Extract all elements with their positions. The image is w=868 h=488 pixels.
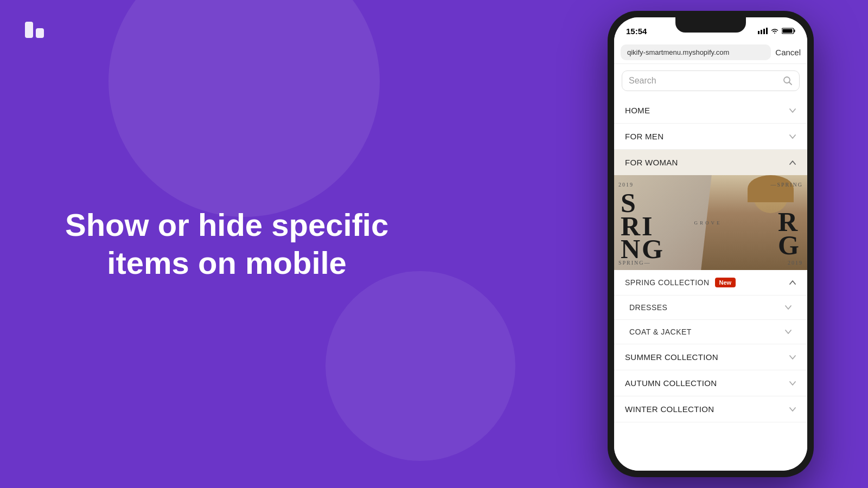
battery-icon [782, 28, 795, 34]
chevron-up-icon [789, 159, 796, 166]
hero-top-right: —SPRING [770, 182, 803, 188]
menu-item-winter[interactable]: WINTER COLLECTION [614, 396, 807, 422]
sub-item-coat-jacket[interactable]: COAT & JACKET [614, 320, 807, 344]
browser-bar: qikify-smartmenu.myshopify.com Cancel [614, 41, 807, 64]
menu-item-autumn[interactable]: AUTUMN COLLECTION [614, 370, 807, 396]
chevron-down-icon [789, 380, 796, 387]
svg-rect-8 [783, 29, 793, 33]
bg-blob-2 [326, 271, 515, 461]
menu-content: Search HOME FOR MEN [614, 64, 807, 471]
chevron-down-icon [789, 107, 796, 114]
sub-item-dresses-label: DRESSES [629, 303, 667, 312]
spring-collection-header[interactable]: SPRING COLLECTION New [614, 270, 807, 296]
new-badge: New [715, 278, 736, 287]
chevron-down-icon [789, 354, 796, 361]
phone-frame: 15:54 [608, 11, 814, 477]
chevron-down-icon [789, 406, 796, 413]
phone-mockup: 15:54 [608, 11, 814, 477]
sub-item-coat-jacket-label: COAT & JACKET [629, 328, 692, 336]
phone-notch [675, 17, 746, 33]
chevron-down-icon [784, 304, 792, 311]
menu-item-home-label: HOME [625, 106, 650, 115]
svg-rect-4 [763, 29, 765, 34]
for-woman-section: FOR WOMAN [614, 150, 807, 422]
hero-bottom-left: SPRING— [618, 260, 651, 266]
menu-item-summer[interactable]: SUMMER COLLECTION [614, 344, 807, 370]
hero-image: 2019 —SPRING S R I N G GROVE [614, 175, 807, 270]
menu-item-for-men-label: FOR MEN [625, 132, 663, 141]
url-text: qikify-smartmenu.myshopify.com [627, 48, 729, 56]
hero-top-left: 2019 [618, 182, 634, 188]
browser-cancel-button[interactable]: Cancel [775, 48, 801, 57]
menu-item-home[interactable]: HOME [614, 98, 807, 124]
sub-item-dresses[interactable]: DRESSES [614, 296, 807, 320]
search-icon [783, 76, 793, 86]
phone-screen: 15:54 [614, 17, 807, 471]
chevron-down-icon [784, 328, 792, 336]
chevron-down-icon [789, 133, 796, 140]
logo [22, 16, 49, 43]
menu-item-autumn-label: AUTUMN COLLECTION [625, 378, 717, 388]
svg-rect-1 [36, 28, 44, 38]
hero-bottom-right: 2019 [788, 260, 803, 266]
signal-icon [758, 28, 768, 34]
chevron-up-icon [789, 279, 796, 286]
search-bar[interactable]: Search [622, 70, 800, 91]
spring-collection-label: SPRING COLLECTION [625, 278, 710, 287]
menu-item-summer-label: SUMMER COLLECTION [625, 352, 718, 362]
bg-blob-1 [108, 0, 380, 217]
svg-rect-7 [794, 30, 795, 33]
svg-line-10 [789, 82, 792, 85]
for-woman-header[interactable]: FOR WOMAN [614, 150, 807, 175]
spring-collection-left: SPRING COLLECTION New [625, 278, 736, 287]
for-woman-label: FOR WOMAN [625, 158, 678, 167]
status-icons [758, 28, 795, 34]
search-placeholder: Search [629, 76, 778, 86]
menu-item-winter-label: WINTER COLLECTION [625, 404, 714, 414]
status-time: 15:54 [626, 27, 647, 36]
spring-letters-left: S R I N G [621, 191, 663, 261]
wifi-icon [770, 28, 779, 34]
svg-rect-3 [761, 30, 762, 34]
headline-line1: Show or hide specific [65, 207, 388, 242]
url-bar[interactable]: qikify-smartmenu.myshopify.com [621, 44, 771, 60]
headline-line2: items on mobile [107, 245, 347, 280]
menu-item-for-men[interactable]: FOR MEN [614, 124, 807, 150]
svg-rect-0 [25, 22, 33, 38]
headline: Show or hide specific items on mobile [65, 206, 388, 281]
svg-rect-5 [766, 28, 768, 34]
svg-rect-2 [758, 31, 760, 34]
grove-text: GROVE [694, 220, 722, 226]
spring-letters-right: R G [778, 210, 799, 256]
hair-shape [748, 175, 794, 202]
